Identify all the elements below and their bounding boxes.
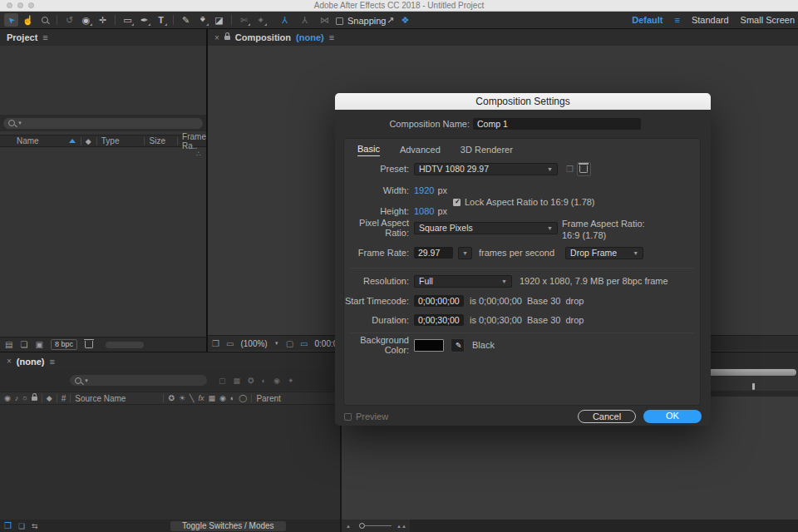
zoom-slider-track[interactable] bbox=[365, 525, 392, 526]
delete-preset-icon[interactable] bbox=[577, 162, 591, 176]
save-preset-icon[interactable]: ❐ bbox=[566, 165, 574, 174]
project-bit-depth-button[interactable]: 8 bpc bbox=[51, 339, 77, 350]
cancel-button[interactable]: Cancel bbox=[578, 410, 636, 423]
graph-editor-icon[interactable]: ✦ bbox=[288, 377, 294, 385]
horizontal-scrollbar[interactable] bbox=[106, 342, 144, 348]
duration-input[interactable]: 0;00;30;00 bbox=[414, 314, 464, 326]
ok-button[interactable]: OK bbox=[643, 410, 702, 423]
draft-3d-icon[interactable]: ▦ bbox=[234, 377, 241, 385]
camera-tool-icon[interactable]: ◉ bbox=[79, 13, 93, 27]
sort-ascending-icon[interactable] bbox=[69, 139, 76, 143]
text-tool-icon[interactable]: T bbox=[154, 13, 168, 27]
expand-in-out-panes-icon[interactable]: ⇆ bbox=[32, 522, 38, 530]
motion-blur-switch-icon[interactable]: ◉ bbox=[219, 394, 226, 402]
project-panel-menu-icon[interactable]: ≡ bbox=[42, 32, 47, 42]
workspace-menu-icon[interactable]: ≡ bbox=[675, 15, 680, 25]
effects-switch-icon[interactable]: fx bbox=[198, 394, 204, 402]
expand-layer-switches-icon[interactable]: ❐ bbox=[4, 521, 12, 530]
always-preview-icon[interactable]: ❐ bbox=[212, 339, 219, 348]
close-tab-icon[interactable]: × bbox=[214, 33, 219, 42]
column-type[interactable]: Type bbox=[101, 136, 120, 145]
expand-transfer-controls-icon[interactable]: ❏ bbox=[18, 522, 25, 530]
video-visibility-icon[interactable]: ◉ bbox=[4, 394, 11, 402]
preset-dropdown[interactable]: HDTV 1080 29.97▼ bbox=[414, 163, 558, 175]
adjustment-layer-switch-icon[interactable]: ◐ bbox=[230, 394, 234, 402]
quality-switch-icon[interactable]: ╲ bbox=[190, 394, 194, 402]
region-of-interest-icon[interactable]: ▭ bbox=[300, 339, 308, 348]
frame-blending-icon[interactable]: ◐ bbox=[262, 377, 266, 385]
label-column-icon[interactable]: ◆ bbox=[86, 137, 91, 145]
clone-stamp-tool-icon[interactable]: ♠ bbox=[195, 13, 209, 27]
resolution-dropdown[interactable]: Full▼ bbox=[414, 275, 512, 288]
width-value[interactable]: 1920 bbox=[414, 185, 434, 195]
background-color-swatch[interactable] bbox=[414, 339, 444, 352]
world-axis-mode-icon[interactable]: Y bbox=[298, 13, 312, 27]
column-source-name[interactable]: Source Name bbox=[75, 394, 126, 403]
motion-blur-icon[interactable]: ◉ bbox=[273, 377, 280, 385]
eyedropper-icon[interactable]: ✐ bbox=[451, 338, 465, 352]
column-frame-rate[interactable]: Frame Ra.. bbox=[182, 132, 206, 150]
pixel-aspect-ratio-dropdown[interactable]: Square Pixels▼ bbox=[414, 222, 558, 234]
shy-switch-icon[interactable]: ✪ bbox=[168, 394, 175, 402]
zoom-out-mountain-icon[interactable]: ▲ bbox=[346, 524, 351, 529]
timeline-zoom-slider[interactable] bbox=[359, 523, 365, 529]
3d-layer-switch-icon[interactable]: ◯ bbox=[239, 394, 247, 402]
frame-blend-switch-icon[interactable]: ▦ bbox=[208, 394, 215, 402]
puppet-pin-tool-icon[interactable]: ✦ bbox=[254, 13, 268, 27]
zoom-tool-icon[interactable] bbox=[37, 13, 52, 27]
workspace-target-icon[interactable]: ❖ bbox=[398, 13, 412, 27]
height-value[interactable]: 1080 bbox=[414, 206, 434, 216]
drop-frame-dropdown[interactable]: Drop Frame▼ bbox=[565, 247, 643, 259]
roto-brush-tool-icon[interactable]: ✄ bbox=[237, 13, 251, 27]
chevron-down-icon[interactable]: ▼ bbox=[274, 341, 279, 346]
workspace-small-screen[interactable]: Small Screen bbox=[741, 15, 795, 25]
timeline-search-input[interactable]: ▼ bbox=[70, 375, 207, 386]
close-tab-icon[interactable]: × bbox=[7, 357, 12, 366]
rulers-icon[interactable]: ▢ bbox=[286, 339, 293, 348]
composition-panel-menu-icon[interactable]: ≡ bbox=[329, 32, 334, 42]
hand-tool-icon[interactable]: ☝ bbox=[21, 13, 35, 27]
preview-checkbox[interactable] bbox=[344, 413, 352, 421]
solo-icon[interactable]: ○ bbox=[22, 394, 27, 402]
workspace-standard[interactable]: Standard bbox=[692, 15, 729, 25]
composition-tab[interactable]: Composition bbox=[235, 32, 291, 42]
timeline-tab[interactable]: (none) bbox=[17, 357, 45, 367]
delete-item-icon[interactable] bbox=[85, 341, 93, 348]
column-name[interactable]: Name bbox=[17, 136, 39, 145]
composition-name-input[interactable]: Comp 1 bbox=[473, 118, 641, 130]
mini-flowchart-icon[interactable]: ▢ bbox=[219, 377, 226, 385]
new-composition-icon[interactable]: ▣ bbox=[35, 340, 42, 349]
frame-rate-dropdown-icon[interactable]: ▼ bbox=[458, 247, 472, 259]
rotate-tool-icon[interactable]: ↺ bbox=[62, 13, 76, 27]
project-search-input[interactable]: ▼ bbox=[3, 118, 203, 129]
current-time-indicator[interactable] bbox=[752, 383, 755, 390]
project-tab[interactable]: Project bbox=[7, 32, 37, 42]
tab-basic[interactable]: Basic bbox=[357, 144, 380, 156]
eraser-tool-icon[interactable]: ◪ bbox=[212, 13, 226, 27]
audio-icon[interactable]: ♪ bbox=[15, 394, 19, 402]
magnification-monitor-icon[interactable]: ▭ bbox=[226, 339, 234, 348]
hide-shy-layers-icon[interactable]: ✪ bbox=[248, 377, 254, 385]
collapse-transformations-icon[interactable]: ☀ bbox=[179, 394, 185, 402]
snap-options-icon[interactable]: ↗ bbox=[383, 13, 397, 27]
local-axis-mode-icon[interactable]: Y bbox=[278, 13, 292, 27]
timeline-panel-menu-icon[interactable]: ≡ bbox=[49, 357, 54, 367]
frame-rate-input[interactable]: 29.97 bbox=[414, 247, 453, 259]
workspace-default[interactable]: Default bbox=[632, 15, 663, 25]
zoom-level[interactable]: (100%) bbox=[240, 339, 267, 348]
new-folder-icon[interactable]: ❏ bbox=[20, 340, 27, 349]
pan-behind-tool-icon[interactable]: ✛ bbox=[96, 13, 110, 27]
column-number[interactable]: # bbox=[62, 394, 66, 403]
interpret-footage-icon[interactable]: ▤ bbox=[5, 340, 12, 349]
column-parent[interactable]: Parent bbox=[256, 394, 280, 403]
zoom-in-mountains-icon[interactable]: ▲▲ bbox=[397, 524, 406, 529]
snapping-checkbox[interactable] bbox=[336, 17, 343, 25]
toggle-switches-modes-button[interactable]: Toggle Switches / Modes bbox=[170, 521, 286, 531]
rectangle-tool-icon[interactable]: ▭ bbox=[121, 13, 135, 27]
lock-column-icon[interactable] bbox=[32, 397, 37, 401]
label-column-icon[interactable]: ◆ bbox=[47, 394, 52, 402]
start-timecode-input[interactable]: 0;00;00;00 bbox=[414, 295, 464, 307]
tab-advanced[interactable]: Advanced bbox=[400, 145, 441, 156]
tab-3d-renderer[interactable]: 3D Renderer bbox=[461, 145, 513, 156]
column-size[interactable]: Size bbox=[150, 136, 165, 145]
